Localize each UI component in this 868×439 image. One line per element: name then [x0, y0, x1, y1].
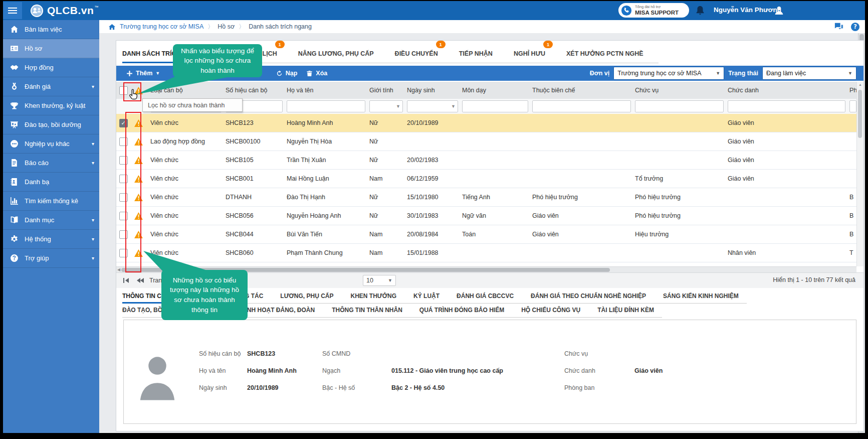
- table-row[interactable]: Viên chứcSHCB056Nguyễn Hoàng AnhNữ30/10/…: [116, 207, 856, 225]
- column-header-gioi-tinh[interactable]: Giới tính: [365, 87, 403, 94]
- row-cell-mon-day: Tiếng Anh: [458, 194, 528, 201]
- table-row[interactable]: Lao động hợp đồngSHCB00100Nguyễn Thị Hòa…: [116, 132, 856, 151]
- detail-fields: Số hiệu cán bộSHCB123Số CMNDChức vụHọ và…: [199, 345, 663, 396]
- tab-xet-huong-pctn-nghe[interactable]: XÉT HƯỞNG PCTN NGHỀ: [566, 44, 643, 63]
- detail-tab-qua-trinh-dong-bao-hiem[interactable]: QUÁ TRÌNH ĐÓNG BẢO HIỂM: [419, 303, 504, 317]
- misa-support-button[interactable]: Tổng đài hỗ trợ MISA SUPPORT: [618, 3, 689, 18]
- filter-cell: [724, 100, 845, 112]
- row-cell-ngay-sinh: 06/12/1959: [403, 175, 458, 182]
- breadcrumb-item[interactable]: Danh sách trích ngang: [249, 23, 312, 30]
- table-row[interactable]: Viên chứcSHCB105Trần Thị XuânNữ20/02/198…: [116, 151, 856, 170]
- tab-tiep-nhan[interactable]: TIẾP NHẬN: [459, 44, 493, 63]
- filter-input-ho-va-ten[interactable]: [287, 100, 365, 112]
- tab-label: NÂNG LƯƠNG, PHỤ CẤP: [298, 50, 374, 57]
- row-cell-thuoc-bien-che: Giáo viên: [528, 212, 631, 219]
- tab-dieu-chuyen[interactable]: ĐIỀU CHUYỂN1: [395, 44, 438, 63]
- tab-nang-luong-phu-cap[interactable]: NÂNG LƯƠNG, PHỤ CẤP: [298, 44, 374, 63]
- chevron-down-icon: ▾: [92, 217, 94, 223]
- row-cell-ngay-sinh: 15/01/1988: [403, 249, 458, 256]
- sidebar-item-bao-cao[interactable]: Báo cáo▾: [3, 154, 99, 173]
- detail-tab-sang-kien-kinh-nghiem[interactable]: SÁNG KIẾN KINH NGHIỆM: [663, 288, 739, 303]
- column-header-ho-va-ten[interactable]: Họ và tên: [283, 87, 365, 94]
- hamburger-menu-button[interactable]: [3, 2, 22, 19]
- filter-input-thuoc-bien-che[interactable]: [532, 100, 631, 112]
- sidebar-item-he-thong[interactable]: Hệ thống▾: [3, 230, 99, 249]
- row-cell-gioi-tinh: Nam: [365, 175, 403, 182]
- feedback-chat-icon[interactable]: [834, 22, 844, 32]
- column-header-thuoc-bien-che[interactable]: Thuộc biên chế: [528, 87, 631, 94]
- row-cell-thuoc-bien-che: Phó hiệu trưởng: [528, 194, 631, 201]
- column-header-chuc-vu[interactable]: Chức vụ: [631, 87, 724, 94]
- row-cell-ho-va-ten: Đào Thị Hạnh: [283, 194, 365, 201]
- detail-tab-ho-chieu-cong-vu[interactable]: HỘ CHIẾU CÔNG VỤ: [521, 303, 580, 317]
- sidebar-item-ho-so[interactable]: Hồ sơ: [3, 39, 99, 58]
- filter-input-gioi-tinh[interactable]: ▼: [369, 100, 403, 112]
- hand-cursor-icon: [127, 88, 140, 102]
- tab-nghi-huu[interactable]: NGHỈ HƯU1: [514, 44, 545, 63]
- detail-field-value: 015.112 - Giáo viên trung học cao cấp: [391, 367, 564, 374]
- help-circle-icon[interactable]: ?: [850, 22, 860, 32]
- breadcrumb-item[interactable]: Trường trung học cơ sở MISA: [120, 23, 203, 30]
- detail-tab-luong-phu-cap[interactable]: LƯƠNG, PHỤ CẤP: [280, 288, 333, 303]
- filter-input-chuc-vu[interactable]: [635, 100, 724, 112]
- toolbar-button-nap[interactable]: Nạp: [276, 70, 298, 77]
- column-header-phong-ban[interactable]: Phòng ban: [845, 87, 856, 94]
- sidebar-item-nghiep-vu-khac[interactable]: Nghiệp vụ khác▾: [3, 134, 99, 154]
- column-header-ngay-sinh[interactable]: Ngày sinh: [403, 87, 458, 94]
- detail-tab-danh-gia-cbccvc[interactable]: ĐÁNH GIÁ CBCCVC: [457, 288, 514, 303]
- status-select[interactable]: Đang làm việc▼: [762, 67, 856, 80]
- sidebar-item-khen-thuong-ky-luat[interactable]: Khen thưởng, kỷ luật: [3, 96, 99, 115]
- row-cell-ho-va-ten: Hoàng Minh Anh: [283, 119, 365, 126]
- detail-field-value: 20/10/1989: [247, 384, 322, 391]
- unit-select[interactable]: Trường trung học cơ sở MISA▼: [613, 67, 724, 80]
- detail-tab-thong-tin-than-nhan[interactable]: THÔNG TIN THÂN NHÂN: [332, 303, 402, 317]
- filter-input-ngay-sinh[interactable]: ▼: [407, 100, 458, 112]
- status-select-value: Đang làm việc: [766, 70, 806, 77]
- sidebar-item-danh-gia[interactable]: Đánh giá▾: [3, 77, 99, 96]
- row-cell-loai-can-bo: Lao động hợp đồng: [146, 138, 222, 145]
- sidebar-item-danh-muc[interactable]: Danh mục▾: [3, 211, 99, 230]
- detail-field-label: Bậc - Hệ số: [322, 384, 391, 391]
- sidebar-item-label: Hệ thống: [25, 235, 92, 243]
- toolbar-button-xoa[interactable]: Xóa: [306, 70, 327, 77]
- filter-input-phong-ban[interactable]: [849, 100, 856, 112]
- detail-tab-danh-gia-theo-chuan-nghe-nghiep[interactable]: ĐÁNH GIÁ THEO CHUẨN NGHỀ NGHIỆP: [531, 288, 646, 303]
- table-vertical-scrollbar[interactable]: ▲: [856, 82, 863, 266]
- table-row[interactable]: ✓Viên chứcSHCB123Hoàng Minh AnhNữ20/10/1…: [116, 114, 856, 132]
- chevron-down-icon: ▼: [848, 71, 852, 76]
- first-page-icon[interactable]: [122, 277, 130, 283]
- sidebar-item-tro-giup[interactable]: Trợ giúp▾: [3, 249, 99, 268]
- filter-input-chuc-danh[interactable]: [728, 100, 845, 112]
- table-row[interactable]: Viên chứcDTHANHĐào Thị HạnhNữ15/10/1980T…: [116, 188, 856, 207]
- detail-tab-tai-lieu-dinh-kem[interactable]: TÀI LIỆU ĐÍNH KÈM: [597, 303, 654, 317]
- table-row[interactable]: Viên chứcSHCB044Bùi Văn TiếnNam20/08/198…: [116, 225, 856, 244]
- filter-input-mon-day[interactable]: [462, 100, 528, 112]
- breadcrumb-item[interactable]: Hồ sơ: [218, 23, 235, 30]
- column-header-chuc-danh[interactable]: Chức danh: [724, 87, 845, 94]
- row-cell-loai-can-bo: Viên chức: [146, 157, 222, 164]
- chevron-down-icon: ▾: [92, 255, 94, 261]
- detail-tab-label: KỶ LUẬT: [413, 292, 440, 300]
- row-cell-gioi-tinh: Nữ: [365, 157, 403, 164]
- detail-tab-ky-luat[interactable]: KỶ LUẬT: [413, 288, 440, 303]
- column-header-mon-day[interactable]: Môn dạy: [458, 87, 528, 94]
- sidebar-item-tim-kiem-thong-ke[interactable]: Tìm kiếm thống kê: [3, 192, 99, 211]
- row-cell-phong-ban: B: [845, 194, 856, 201]
- sidebar-item-dao-tao-boi-duong[interactable]: Đào tạo, bồi dưỡng: [3, 115, 99, 134]
- table-row[interactable]: Viên chứcSHCB060Phạm Thành ChungNam15/01…: [116, 244, 856, 262]
- callout-bottom: Những hồ sơ có biểu tượng này là những h…: [161, 270, 248, 320]
- notifications-bell-icon[interactable]: [695, 5, 706, 16]
- topbar: QLCB.vn™ Tổng đài hỗ trợ MISA SUPPORT Ng…: [3, 1, 865, 20]
- user-avatar-icon[interactable]: [774, 5, 784, 16]
- row-cell-ngay-sinh: 20/02/1983: [403, 157, 458, 164]
- previous-page-icon[interactable]: [136, 277, 144, 283]
- page-size-select[interactable]: 10▼: [363, 275, 396, 286]
- home-icon[interactable]: [108, 23, 116, 31]
- sidebar-item-hop-dong[interactable]: Hợp đồng: [3, 58, 99, 77]
- detail-tab-khen-thuong[interactable]: KHEN THƯỞNG: [351, 288, 397, 303]
- user-name[interactable]: Nguyễn Văn Phương: [714, 6, 781, 14]
- sidebar-item-danh-ba[interactable]: Danh bạ: [3, 173, 99, 192]
- sidebar-item-ban-lam-viec[interactable]: Bàn làm việc: [3, 20, 99, 39]
- table-row[interactable]: Viên chứcSHCB001Mai Hồng LuậnNam06/12/19…: [116, 170, 856, 188]
- row-cell-chuc-vu: Hiệu trưởng: [631, 231, 724, 238]
